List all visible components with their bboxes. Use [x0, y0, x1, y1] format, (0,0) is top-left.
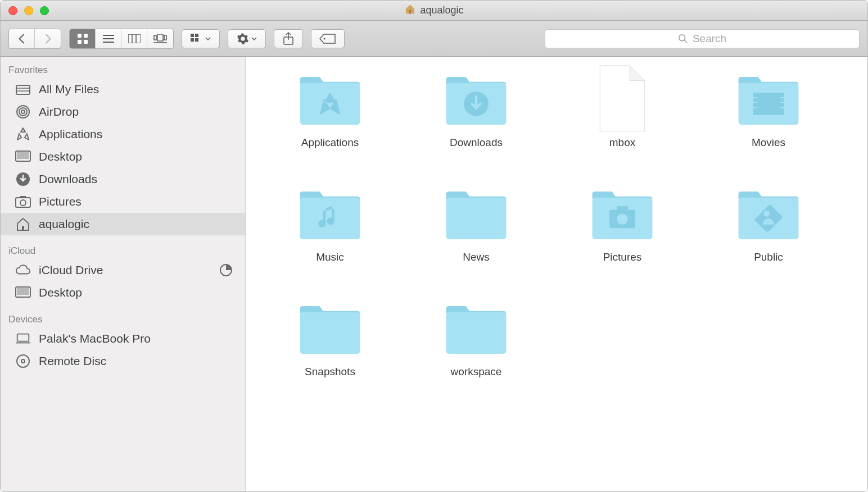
svg-line-23	[685, 40, 688, 43]
sidebar-item-airdrop[interactable]: AirDrop	[1, 101, 245, 123]
sidebar-item-label: Pictures	[39, 195, 82, 208]
grid-item-applications[interactable]: Applications	[263, 68, 397, 149]
search-placeholder: Search	[693, 33, 726, 45]
svg-rect-34	[20, 196, 26, 198]
svg-rect-16	[195, 34, 198, 37]
sidebar-item-label: Desktop	[39, 150, 82, 163]
svg-rect-3	[78, 40, 82, 44]
disc-icon	[15, 353, 31, 369]
svg-rect-0	[409, 10, 411, 14]
sidebar-item-applications[interactable]: Applications	[1, 123, 245, 145]
svg-point-43	[21, 359, 25, 363]
grid-item-downloads[interactable]: Downloads	[409, 68, 544, 149]
item-label: Pictures	[603, 251, 642, 263]
item-label: Public	[754, 251, 783, 263]
pictures-icon	[15, 194, 31, 209]
sidebar-item-pictures[interactable]: Pictures	[1, 190, 245, 213]
item-label: News	[463, 251, 490, 263]
svg-point-35	[20, 200, 26, 206]
sidebar-item-aqualogic[interactable]: aqualogic	[1, 213, 245, 235]
item-label: Downloads	[450, 136, 503, 149]
folder-icon	[296, 68, 364, 130]
titlebar[interactable]: aqualogic	[1, 1, 867, 21]
search-icon	[678, 34, 688, 44]
list-view-button[interactable]	[96, 29, 121, 48]
sidebar-item-icloud-desktop[interactable]: Desktop	[1, 281, 245, 304]
grid-item-movies[interactable]: Movies	[701, 68, 836, 149]
svg-rect-15	[191, 34, 194, 37]
item-label: mbox	[609, 136, 635, 149]
back-button[interactable]	[9, 29, 35, 48]
folder-icon	[296, 297, 364, 359]
grid-item-pictures[interactable]: Pictures	[555, 183, 690, 263]
sidebar-header-icloud: iCloud	[1, 241, 245, 259]
applications-icon	[15, 126, 31, 142]
sidebar: Favorites All My Files AirDrop Applicati…	[1, 57, 246, 491]
grid-item-news[interactable]: News	[409, 183, 544, 263]
sidebar-item-label: Remote Disc	[39, 354, 106, 368]
sidebar-item-macbook[interactable]: Palak's MacBook Pro	[1, 327, 245, 350]
sidebar-item-icloud-drive[interactable]: iCloud Drive	[1, 259, 245, 281]
svg-point-42	[17, 355, 29, 367]
svg-rect-11	[157, 34, 163, 41]
grid-item-snapshots[interactable]: Snapshots	[263, 297, 397, 378]
downloads-icon	[15, 171, 31, 187]
cloud-icon	[15, 262, 31, 278]
svg-rect-40	[17, 334, 29, 341]
icon-view-button[interactable]	[70, 29, 96, 48]
share-button[interactable]	[274, 29, 303, 48]
folder-icon	[442, 68, 510, 130]
grid-item-workspace[interactable]: workspace	[409, 297, 544, 378]
sidebar-item-label: Downloads	[39, 172, 97, 186]
tags-button[interactable]	[311, 29, 345, 48]
svg-rect-13	[164, 35, 166, 40]
sidebar-item-label: Applications	[39, 127, 102, 141]
svg-rect-1	[78, 34, 82, 38]
action-button[interactable]	[228, 29, 266, 48]
sidebar-item-all-my-files[interactable]: All My Files	[1, 78, 245, 101]
item-label: Movies	[752, 136, 785, 149]
sidebar-item-label: All My Files	[39, 83, 99, 96]
folder-icon	[589, 183, 656, 244]
svg-point-28	[19, 108, 27, 116]
folder-icon	[735, 68, 802, 130]
window-controls	[1, 6, 49, 15]
coverflow-view-button[interactable]	[147, 29, 173, 48]
grid-item-music[interactable]: Music	[263, 183, 397, 263]
folder-icon	[442, 297, 510, 359]
window-title: aqualogic	[404, 3, 463, 17]
view-buttons	[69, 29, 174, 49]
search-field[interactable]: Search	[545, 29, 860, 48]
item-label: Applications	[301, 136, 359, 149]
item-label: Music	[316, 251, 344, 263]
home-icon	[15, 216, 31, 232]
zoom-window-button[interactable]	[40, 6, 49, 15]
folder-icon	[296, 183, 364, 244]
folder-icon	[735, 183, 802, 244]
sidebar-header-devices: Devices	[1, 309, 245, 327]
sidebar-item-remote-disc[interactable]: Remote Disc	[1, 350, 245, 372]
grid-item-mbox[interactable]: mbox	[555, 68, 690, 149]
file-grid[interactable]: ApplicationsDownloadsmboxMoviesMusicNews…	[246, 57, 867, 491]
close-window-button[interactable]	[8, 6, 17, 15]
sidebar-item-label: AirDrop	[39, 105, 79, 119]
sidebar-item-downloads[interactable]: Downloads	[1, 168, 245, 190]
grid-item-public[interactable]: Public	[701, 183, 836, 263]
svg-rect-36	[22, 226, 24, 230]
nav-buttons	[8, 29, 61, 49]
sidebar-item-label: iCloud Drive	[39, 263, 103, 277]
column-view-button[interactable]	[121, 29, 147, 48]
svg-point-29	[21, 110, 25, 113]
svg-rect-4	[84, 40, 88, 44]
sidebar-item-label: Palak's MacBook Pro	[39, 332, 151, 345]
svg-rect-39	[17, 288, 29, 295]
all-my-files-icon	[15, 81, 31, 97]
arrange-button[interactable]	[182, 29, 220, 48]
forward-button[interactable]	[35, 29, 61, 48]
desktop-icon	[15, 149, 31, 165]
svg-rect-8	[128, 34, 141, 43]
sidebar-item-desktop[interactable]: Desktop	[1, 145, 245, 168]
svg-point-22	[679, 34, 685, 40]
window-title-text: aqualogic	[420, 4, 463, 16]
minimize-window-button[interactable]	[24, 6, 33, 15]
